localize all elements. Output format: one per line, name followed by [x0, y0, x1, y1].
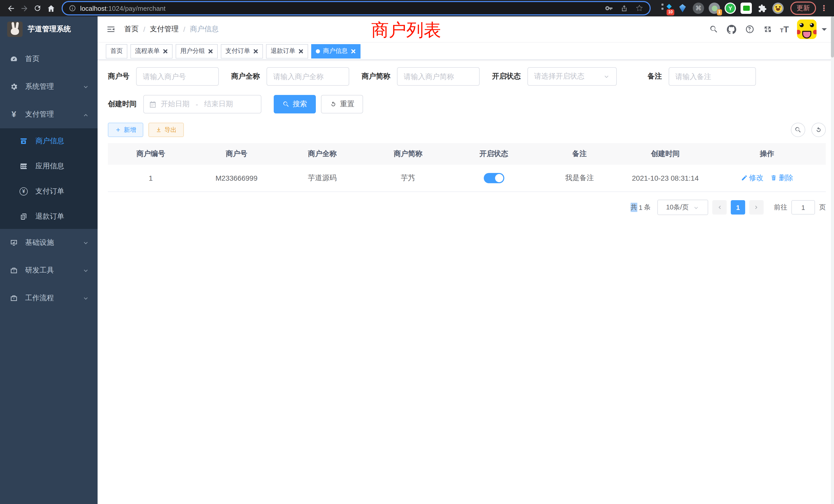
goto-page-input[interactable]: [791, 200, 815, 214]
gear-icon: [10, 83, 18, 91]
sidebar-menu: 首页 系统管理 ¥ 支付管理 商户信息: [0, 45, 97, 312]
table-header-row: 商户编号 商户号 商户全称 商户简称 开启状态 备注 创建时间 操作: [108, 143, 826, 165]
goto-label: 前往: [774, 203, 787, 212]
full-name-input[interactable]: [266, 67, 349, 86]
tab-refund-order[interactable]: 退款订单: [266, 44, 308, 58]
sidebar-item-refund-order[interactable]: 退款订单: [0, 204, 97, 229]
sidebar-item-infrastructure[interactable]: 基础设施: [0, 229, 97, 257]
date-range-picker[interactable]: 开始日期 - 结束日期: [143, 95, 261, 113]
help-icon[interactable]: [744, 24, 755, 35]
avatar-caret-icon[interactable]: [822, 28, 827, 33]
breadcrumb-home[interactable]: 首页: [124, 25, 139, 34]
extension-chat-icon[interactable]: [740, 2, 752, 14]
sidebar-item-workflow[interactable]: 工作流程: [0, 284, 97, 312]
browser-back-button[interactable]: [4, 2, 18, 15]
extensions-tray: ◆ 10 ⌘ 1 Y 更新 ⋮: [657, 2, 830, 15]
status-select[interactable]: 请选择开启状态: [527, 67, 617, 86]
remark-input[interactable]: [668, 67, 756, 86]
sidebar-item-merchant-info[interactable]: 商户信息: [0, 128, 97, 154]
extension-y-icon[interactable]: Y: [724, 2, 737, 14]
sidebar-item-app-info[interactable]: 应用信息: [0, 154, 97, 179]
col-header-actions: 操作: [708, 143, 826, 165]
app-logo: [7, 22, 23, 37]
sidebar-item-system[interactable]: 系统管理: [0, 73, 97, 100]
extension-command-icon[interactable]: ⌘: [692, 2, 705, 14]
table-row: 1 M233666999 芋道源码 芋艿 我是备注 2021-10-23 08:…: [108, 165, 826, 192]
page-number-1[interactable]: 1: [731, 200, 745, 214]
show-search-button[interactable]: [791, 123, 805, 137]
header-search-icon[interactable]: [708, 24, 720, 35]
sidebar-item-pay-order[interactable]: ¥ 支付订单: [0, 179, 97, 204]
tab-merchant-info[interactable]: 商户信息: [311, 44, 360, 58]
next-page-button[interactable]: [749, 200, 764, 214]
sidebar-collapse-button[interactable]: [106, 24, 116, 35]
share-icon[interactable]: [620, 4, 628, 12]
add-button[interactable]: 新增: [108, 123, 143, 137]
fullscreen-icon[interactable]: [762, 24, 773, 35]
site-info-icon[interactable]: [69, 5, 76, 12]
tab-home[interactable]: 首页: [106, 44, 127, 58]
tab-pay-order[interactable]: 支付订单: [221, 44, 263, 58]
breadcrumb-payment[interactable]: 支付管理: [150, 25, 179, 34]
extension-profile-icon[interactable]: 1: [708, 2, 721, 14]
prev-page-button[interactable]: [712, 200, 727, 214]
col-header-remark: 备注: [537, 143, 622, 165]
status-toggle[interactable]: [483, 173, 504, 183]
address-bar[interactable]: localhost:1024/pay/merchant: [62, 1, 651, 16]
sidebar-item-home[interactable]: 首页: [0, 45, 97, 73]
red-annotation-text: 商户列表: [371, 19, 441, 42]
cell-short-name: 芋艿: [365, 165, 451, 191]
user-avatar[interactable]: [797, 20, 816, 39]
profile-avatar-emoji[interactable]: [772, 2, 784, 14]
close-icon[interactable]: [163, 48, 168, 54]
end-date-placeholder: 结束日期: [204, 99, 233, 109]
col-header-status: 开启状态: [451, 143, 537, 165]
cell-full-name: 芋道源码: [279, 165, 365, 191]
filter-row-2: 创建时间 开始日期 - 结束日期 搜索 重置: [108, 95, 826, 113]
create-time-label: 创建时间: [108, 99, 137, 109]
browser-home-button[interactable]: [44, 2, 58, 15]
browser-forward-button[interactable]: [18, 2, 31, 15]
edit-link[interactable]: 修改: [741, 174, 763, 183]
sidebar-item-payment[interactable]: ¥ 支付管理: [0, 100, 97, 128]
cell-actions: 修改 删除: [708, 165, 826, 191]
page-scrollbar[interactable]: [831, 17, 834, 504]
extensions-puzzle-icon[interactable]: [756, 2, 768, 14]
app-title: 芋道管理系统: [28, 25, 71, 34]
tab-process-form[interactable]: 流程表单: [130, 44, 173, 58]
search-icon: [282, 100, 290, 108]
extension-gem-icon[interactable]: [676, 2, 689, 14]
monitor-icon: [10, 239, 18, 247]
sidebar-item-dev-tools[interactable]: 研发工具: [0, 257, 97, 284]
github-icon[interactable]: [726, 24, 738, 35]
refresh-table-button[interactable]: [811, 123, 826, 137]
sidebar-logo-row[interactable]: 芋道管理系统: [0, 17, 97, 42]
extension-tiles-icon[interactable]: ◆ 10: [660, 2, 673, 14]
short-name-label: 商户简称: [361, 72, 390, 81]
browser-menu-icon[interactable]: ⋮: [820, 4, 828, 13]
short-name-input[interactable]: [397, 67, 480, 86]
close-icon[interactable]: [208, 48, 213, 54]
tab-user-group[interactable]: 用户分组: [176, 44, 218, 58]
delete-link[interactable]: 删除: [771, 174, 793, 183]
export-button[interactable]: 导出: [148, 123, 184, 137]
close-icon[interactable]: [299, 48, 304, 54]
close-icon[interactable]: [253, 48, 258, 54]
back-arrow-icon: [8, 5, 14, 11]
extension-badge-count: 10: [666, 9, 674, 16]
reload-icon: [35, 5, 40, 11]
password-key-icon[interactable]: [605, 4, 613, 12]
font-size-icon[interactable]: TT: [780, 25, 789, 33]
page-size-select[interactable]: 10条/页: [657, 200, 708, 215]
merchant-no-input[interactable]: [136, 67, 219, 86]
filter-full-name: 商户全称: [231, 67, 349, 86]
cell-merchant-no: M233666999: [194, 166, 279, 190]
col-header-short-name: 商户简称: [365, 143, 451, 165]
bookmark-star-icon[interactable]: [635, 4, 643, 12]
browser-reload-button[interactable]: [31, 2, 44, 15]
search-button[interactable]: 搜索: [274, 95, 316, 113]
status-label: 开启状态: [492, 72, 521, 81]
close-icon[interactable]: [351, 48, 356, 54]
reset-button[interactable]: 重置: [321, 95, 363, 113]
chrome-update-button[interactable]: 更新: [790, 2, 816, 15]
